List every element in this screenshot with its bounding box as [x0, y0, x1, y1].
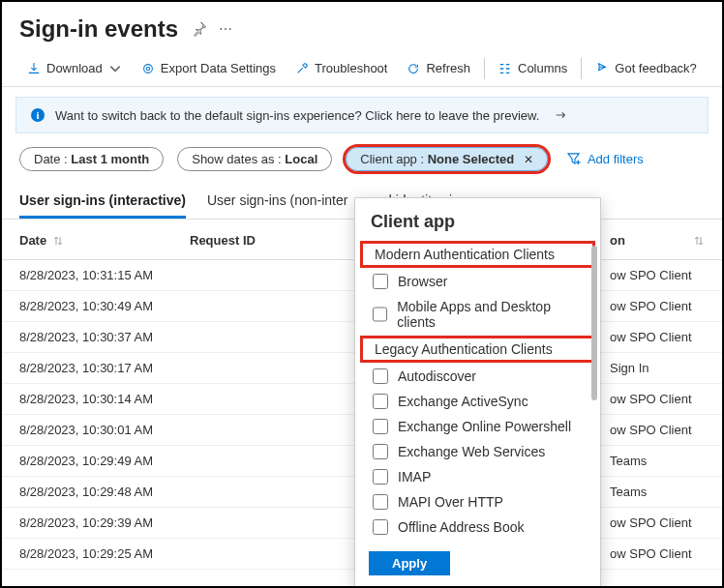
dropdown-option[interactable]: Autodiscover	[355, 364, 600, 389]
cell-date: 8/28/2023, 10:29:25 AM	[19, 546, 190, 561]
apply-button[interactable]: Apply	[369, 551, 450, 575]
section-modern-auth: Modern Authentication Clients	[361, 242, 594, 267]
gear-icon	[141, 62, 155, 75]
info-banner[interactable]: i Want to switch back to the default sig…	[15, 97, 709, 133]
add-filters-label: Add filters	[588, 152, 644, 166]
cell-app: ow SPO Client	[600, 268, 705, 282]
dropdown-option[interactable]: Browser	[355, 269, 600, 294]
arrow-right-icon	[555, 108, 568, 122]
checkbox[interactable]	[373, 368, 388, 384]
option-label: MAPI Over HTTP	[398, 494, 503, 510]
section-legacy-auth: Legacy Authentication Clients	[361, 337, 594, 362]
refresh-icon	[407, 62, 420, 75]
cell-date: 8/28/2023, 10:31:15 AM	[19, 268, 190, 282]
troubleshoot-button[interactable]: Troubleshoot	[286, 56, 397, 80]
svg-point-1	[146, 67, 150, 71]
toolbar-separator	[484, 58, 485, 79]
checkbox[interactable]	[373, 444, 388, 459]
dropdown-option[interactable]: Offline Address Book	[355, 514, 600, 540]
filter-client-app[interactable]: Client app : None Selected ✕	[346, 147, 548, 171]
checkbox[interactable]	[373, 494, 388, 510]
option-label: Offline Address Book	[398, 519, 524, 535]
cell-app: ow SPO Client	[600, 392, 705, 406]
dropdown-option[interactable]: Exchange Online Powershell	[355, 414, 600, 439]
option-label: Autodiscover	[398, 368, 476, 384]
banner-text: Want to switch back to the default sign-…	[55, 108, 539, 123]
columns-icon	[498, 62, 512, 75]
dropdown-option[interactable]: Mobile Apps and Desktop clients	[355, 294, 600, 335]
page-title: Sign-in events	[19, 15, 178, 43]
download-button[interactable]: Download	[17, 56, 132, 80]
option-label: IMAP	[398, 469, 431, 485]
filter-add-icon	[567, 152, 582, 166]
cell-date: 8/28/2023, 10:30:49 AM	[19, 299, 190, 313]
download-label: Download	[46, 61, 103, 75]
export-button[interactable]: Export Data Settings	[132, 56, 286, 80]
more-icon[interactable]: ⋯	[219, 21, 232, 37]
cell-app: ow SPO Client	[600, 423, 705, 437]
pin-icon[interactable]	[192, 21, 207, 37]
filter-show-dates[interactable]: Show dates as : Local	[177, 147, 332, 171]
checkbox[interactable]	[373, 419, 388, 434]
svg-text:i: i	[36, 109, 39, 121]
filter-showdates-label: Show dates as :	[192, 152, 282, 166]
cell-app: Teams	[600, 485, 705, 499]
cell-app: Sign In	[600, 361, 705, 375]
cell-app: Teams	[600, 454, 705, 468]
cell-app: ow SPO Client	[600, 299, 705, 313]
dropdown-title: Client app	[355, 198, 600, 240]
client-app-dropdown: Client app Modern Authentication Clients…	[354, 197, 601, 588]
option-label: Browser	[398, 274, 447, 289]
wrench-icon	[295, 62, 309, 75]
checkbox[interactable]	[373, 274, 388, 289]
refresh-button[interactable]: Refresh	[397, 56, 480, 80]
dropdown-option[interactable]: Exchange Web Services	[355, 439, 600, 464]
sort-icon[interactable]	[693, 235, 705, 247]
filter-date-label: Date :	[34, 152, 68, 166]
filter-showdates-value: Local	[285, 152, 317, 166]
cell-date: 8/28/2023, 10:30:14 AM	[19, 392, 190, 406]
filter-clientapp-label: Client app :	[360, 152, 424, 166]
checkbox[interactable]	[373, 307, 387, 322]
columns-label: Columns	[518, 61, 567, 75]
option-label: Exchange Web Services	[398, 444, 545, 459]
columns-button[interactable]: Columns	[489, 56, 577, 80]
cell-app: ow SPO Client	[600, 330, 705, 344]
cell-app: ow SPO Client	[600, 515, 705, 530]
checkbox[interactable]	[373, 394, 388, 409]
download-icon	[27, 62, 41, 75]
col-date-header[interactable]: Date	[19, 233, 46, 248]
svg-point-0	[143, 64, 152, 73]
filter-date[interactable]: Date : Last 1 month	[19, 147, 164, 171]
cell-date: 8/28/2023, 10:30:17 AM	[19, 361, 190, 375]
cell-date: 8/28/2023, 10:30:37 AM	[19, 330, 190, 344]
cell-date: 8/28/2023, 10:29:39 AM	[19, 515, 190, 530]
dropdown-option[interactable]: Exchange ActiveSync	[355, 389, 600, 414]
cell-date: 8/28/2023, 10:30:01 AM	[19, 423, 190, 437]
col-app-header[interactable]: on	[610, 233, 625, 248]
tab-0[interactable]: User sign-ins (interactive)	[19, 185, 186, 219]
refresh-label: Refresh	[426, 61, 470, 75]
sort-icon[interactable]	[52, 235, 64, 247]
feedback-label: Got feedback?	[615, 61, 697, 75]
col-request-header[interactable]: Request ID	[190, 233, 256, 248]
option-label: Mobile Apps and Desktop clients	[397, 299, 583, 330]
export-label: Export Data Settings	[161, 61, 276, 75]
feedback-icon	[595, 62, 609, 75]
troubleshoot-label: Troubleshoot	[315, 61, 387, 75]
dropdown-option[interactable]: IMAP	[355, 464, 600, 489]
checkbox[interactable]	[373, 519, 388, 535]
checkbox[interactable]	[373, 469, 388, 485]
tab-1[interactable]: User sign-ins (non-inter	[207, 185, 348, 219]
scrollbar-thumb[interactable]	[591, 246, 597, 400]
filter-clientapp-value: None Selected	[428, 152, 515, 166]
option-label: Exchange Online Powershell	[398, 419, 571, 434]
option-label: Exchange ActiveSync	[398, 394, 528, 409]
add-filters-button[interactable]: Add filters	[561, 148, 649, 170]
dropdown-option[interactable]: MAPI Over HTTP	[355, 489, 600, 514]
cell-date: 8/28/2023, 10:29:48 AM	[19, 485, 190, 499]
chevron-down-icon	[108, 62, 122, 75]
close-icon[interactable]: ✕	[524, 153, 533, 166]
feedback-button[interactable]: Got feedback?	[586, 56, 707, 80]
toolbar-separator	[581, 58, 582, 79]
